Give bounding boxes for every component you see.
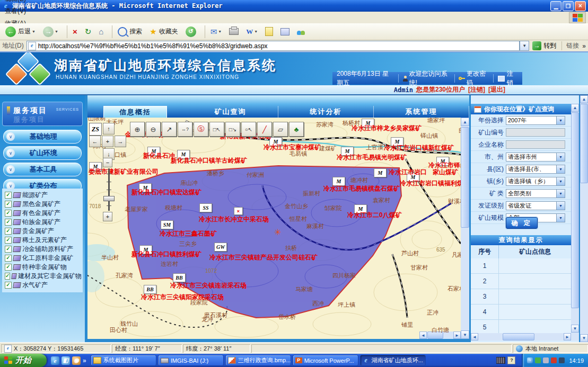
- panel-v-scrollbar[interactable]: ▲ ▼: [571, 104, 579, 341]
- field-select[interactable]: 全部类别▼: [506, 189, 565, 198]
- refresh-button[interactable]: ↻: [83, 26, 94, 38]
- logout-bracket-link[interactable]: [注销]: [468, 85, 485, 94]
- address-input[interactable]: e http://localhost/%e7%9f%bf%e5%b1%b1%e5…: [27, 41, 520, 51]
- mine-label[interactable]: 冷水江市三鑫石墨矿: [160, 229, 217, 238]
- pan-up-button[interactable]: ↑: [103, 123, 115, 135]
- field-select[interactable]: 请选择县(市、▼: [506, 165, 565, 174]
- field-select[interactable]: 请选择镇（乡）▼: [506, 177, 565, 186]
- menu-item-2[interactable]: 编辑(E): [0, 0, 31, 5]
- mine-label[interactable]: 冷水江市宝寨冲煤矿: [264, 143, 321, 152]
- start-button[interactable]: 开始: [0, 354, 47, 367]
- ie-quicklaunch-icon[interactable]: e: [51, 356, 59, 365]
- zoom-slider-handle[interactable]: [103, 196, 115, 201]
- map-canvas[interactable]: ✳ 金子山采石场新化县新冷采石场冷水江市梓龙乡吴家煤矿冷水江市宝寨冲煤矿冷水江市…: [87, 118, 461, 339]
- table-row[interactable]: 1: [471, 258, 571, 274]
- favorites-button[interactable]: ★ 收藏夹: [147, 26, 180, 38]
- layer-checkbox[interactable]: ✓: [5, 192, 12, 199]
- layer-checkbox[interactable]: ✓: [5, 237, 12, 244]
- layer-checkbox[interactable]: ✓: [5, 255, 12, 262]
- help-icon[interactable]: ?: [507, 356, 515, 364]
- mine-label[interactable]: 冷水江市梓龙乡吴家煤矿: [352, 124, 422, 133]
- window-v-scroll-thumb[interactable]: [580, 104, 588, 183]
- draw-line-button[interactable]: ╱: [257, 122, 272, 137]
- dropdown-arrow-icon[interactable]: ▼: [556, 202, 565, 210]
- mine-label[interactable]: 冷水江市长冲立中采石场: [199, 215, 269, 224]
- sidebar-section-1[interactable]: ∨基础地理: [3, 130, 82, 144]
- keyboard-icon[interactable]: [496, 357, 505, 364]
- zoom-in-step-button[interactable]: +: [103, 212, 112, 221]
- layer-checkbox[interactable]: ✓: [5, 246, 12, 253]
- search-button[interactable]: 搜索: [116, 26, 144, 38]
- scroll-up-icon[interactable]: ▲: [571, 104, 579, 112]
- table-row[interactable]: 4: [471, 305, 571, 320]
- mail-button[interactable]: ✉▼: [208, 26, 224, 38]
- pan-center-button[interactable]: +: [102, 136, 113, 147]
- research-button[interactable]: [278, 27, 292, 37]
- zoom-out-button[interactable]: ⊖: [146, 122, 161, 137]
- scroll-up-icon[interactable]: ▲: [461, 118, 469, 126]
- pan-right-button[interactable]: →: [115, 136, 126, 147]
- layer-item-1[interactable]: ✓能源矿产: [3, 191, 82, 200]
- field-select[interactable]: 请选择市州▼: [506, 153, 565, 162]
- back-dropdown-icon[interactable]: ▼: [32, 30, 36, 33]
- notes-button[interactable]: [263, 26, 275, 37]
- layer-item-11[interactable]: ✓水气矿产: [3, 281, 82, 290]
- back-button[interactable]: ← 后退 ▼: [3, 25, 38, 38]
- dropdown-arrow-icon[interactable]: ▼: [556, 153, 565, 161]
- logout-link[interactable]: 注销: [507, 69, 518, 85]
- layer-item-8[interactable]: ✓化工原料非金属矿: [3, 254, 82, 263]
- pan-button[interactable]: ↗: [162, 122, 177, 137]
- task-button-2[interactable]: IMGIS-BAI (J:): [158, 355, 224, 366]
- restore-button[interactable]: ❐: [563, 1, 574, 11]
- zoom-out-step-button[interactable]: −: [103, 158, 112, 167]
- stop-button[interactable]: ×: [71, 26, 80, 37]
- quicklaunch-chevron-icon[interactable]: »: [83, 357, 86, 364]
- mine-label[interactable]: 冷水江市三尖镇硅产品开发公司硅石矿: [209, 253, 318, 262]
- forward-button[interactable]: → ▼: [41, 25, 60, 38]
- tray-security-icon[interactable]: [551, 357, 557, 363]
- task-button-1[interactable]: 系统截图图片: [91, 355, 156, 366]
- sidebar-section-2[interactable]: ∨矿山环境: [3, 146, 82, 160]
- mine-label[interactable]: 冷水江市岩口: [389, 168, 427, 177]
- mine-label[interactable]: 冷水江市岩口镇福利煤矿: [400, 179, 461, 188]
- panel-v-scroll-thumb[interactable]: [571, 112, 579, 308]
- layer-checkbox[interactable]: ✓: [5, 219, 12, 226]
- layer-item-4[interactable]: ✓铂族金属矿产: [3, 218, 82, 227]
- layer-checkbox[interactable]: ✓: [5, 201, 12, 208]
- close-button[interactable]: ×: [575, 1, 586, 11]
- task-button-3[interactable]: 三维行政查询.bmp...: [225, 355, 291, 366]
- desktop-quicklaunch-icon[interactable]: ◧: [62, 356, 70, 365]
- task-button-4[interactable]: PMicrosoft PowerP...: [293, 355, 358, 366]
- tab-1[interactable]: 信息概括: [103, 106, 167, 118]
- scroll-up-icon[interactable]: ▲: [580, 95, 588, 103]
- table-row[interactable]: 2: [471, 274, 571, 289]
- eraser-button[interactable]: ▱: [273, 122, 288, 137]
- mine-point-marker[interactable]: SM: [161, 220, 173, 229]
- zoom-slider-track[interactable]: [108, 168, 110, 211]
- layer-item-5[interactable]: ✓贵金属矿产: [3, 227, 82, 236]
- field-input[interactable]: [506, 128, 565, 137]
- rect-select-button[interactable]: □↖: [209, 122, 224, 137]
- panel-h-scrollbar[interactable]: ◄ ►: [471, 333, 571, 341]
- layer-item-6[interactable]: ✓稀土及元素矿产: [3, 236, 82, 245]
- scroll-down-icon[interactable]: ▼: [580, 334, 588, 342]
- field-input[interactable]: [506, 140, 565, 149]
- table-row[interactable]: 3: [471, 289, 571, 305]
- media-quicklaunch-icon[interactable]: ◉: [72, 356, 81, 365]
- layer-checkbox[interactable]: ✓: [5, 282, 12, 289]
- mine-point-marker[interactable]: GW: [214, 243, 227, 252]
- change-password-link[interactable]: 更改密码: [467, 69, 489, 85]
- mine-label[interactable]: 冷水江市毛易镇棋盘石煤矿: [323, 184, 400, 193]
- select-s-button[interactable]: Ⓢ: [194, 122, 208, 137]
- task-button-5[interactable]: e湖南省矿山地质环...: [360, 355, 426, 366]
- tray-collapse-icon[interactable]: ‹: [527, 357, 533, 363]
- sidebar-section-3[interactable]: ∨基本工具: [3, 163, 82, 176]
- mine-label[interactable]: 新化县石冲口镇羊古岭煤矿: [171, 156, 247, 165]
- print-button[interactable]: [227, 27, 241, 36]
- tab-2[interactable]: 矿山查询: [183, 106, 278, 118]
- address-url[interactable]: http://localhost/%e7%9f%bf%e5%b1%b1%e5%8…: [38, 42, 268, 50]
- confirm-button[interactable]: 确 定: [506, 217, 538, 229]
- layer-item-9[interactable]: ✓特种非金属矿物: [3, 263, 82, 272]
- field-select[interactable]: 2007年▼: [506, 116, 565, 125]
- circle-select-button[interactable]: ○↖: [241, 122, 256, 137]
